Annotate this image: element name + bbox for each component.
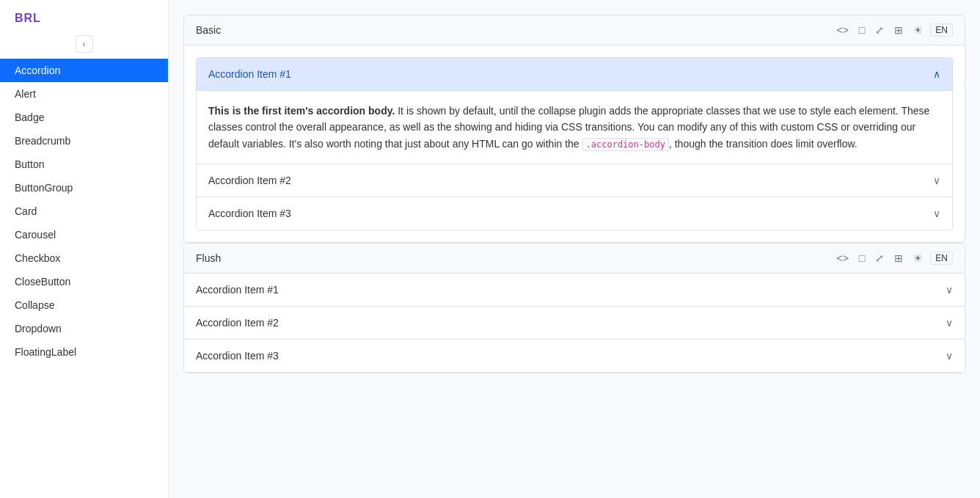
sidebar: BRL ‹ AccordionAlertBadgeBreadcrumbButto… — [0, 0, 169, 498]
accordion-label-flush-3: Accordion Item #3 — [196, 350, 279, 362]
accordion-body-code: .accordion-body — [582, 138, 669, 151]
sun-icon[interactable]: ☀ — [910, 23, 926, 37]
accordion-label-flush-1: Accordion Item #1 — [196, 284, 279, 296]
panel-header-basic: Basic<>□⤢⊞☀EN — [184, 15, 965, 45]
accordion-label-basic-1: Accordion Item #1 — [208, 68, 291, 80]
panel-title-basic: Basic — [196, 24, 221, 36]
panel-actions-flush: <>□⤢⊞☀EN — [834, 251, 954, 266]
sidebar-item-closebutton[interactable]: CloseButton — [0, 270, 168, 293]
sidebar-item-dropdown[interactable]: Dropdown — [0, 317, 168, 340]
sidebar-item-buttongroup[interactable]: ButtonGroup — [0, 176, 168, 199]
accordion-item-basic-2: Accordion Item #2∨ — [196, 164, 953, 197]
panel-header-flush: Flush<>□⤢⊞☀EN — [184, 243, 965, 274]
accordion-label-basic-3: Accordion Item #3 — [208, 208, 291, 219]
settings-icon[interactable]: ⊞ — [891, 251, 906, 266]
accordion-header-flush-2[interactable]: Accordion Item #2∨ — [184, 307, 965, 339]
accordion-header-basic-3[interactable]: Accordion Item #3∨ — [197, 197, 952, 230]
panel-flush: Flush<>□⤢⊞☀ENAccordion Item #1∨Accordion… — [183, 243, 965, 373]
accordion-body-bold: This is the first item's accordion body. — [208, 105, 395, 117]
sun-icon[interactable]: ☀ — [910, 251, 926, 266]
panel-basic: Basic<>□⤢⊞☀ENAccordion Item #1∧This is t… — [183, 15, 965, 243]
accordion-flush: Accordion Item #1∨Accordion Item #2∨Acco… — [184, 274, 965, 373]
sidebar-item-alert[interactable]: Alert — [0, 82, 168, 106]
chevron-down-icon: ∨ — [946, 350, 953, 362]
accordion-body-basic-1: This is the first item's accordion body.… — [197, 90, 952, 164]
square-icon[interactable]: □ — [856, 23, 868, 37]
sidebar-item-checkbox[interactable]: Checkbox — [0, 246, 168, 270]
lang-badge-flush[interactable]: EN — [930, 252, 953, 265]
accordion-header-basic-2[interactable]: Accordion Item #2∨ — [197, 164, 952, 197]
sidebar-item-carousel[interactable]: Carousel — [0, 223, 168, 246]
expand-icon[interactable]: ⤢ — [872, 23, 887, 37]
chevron-down-icon: ∨ — [946, 317, 953, 329]
sidebar-item-card[interactable]: Card — [0, 199, 168, 223]
accordion-item-basic-1: Accordion Item #1∧This is the first item… — [196, 57, 953, 164]
sidebar-item-floatinglabel[interactable]: FloatingLabel — [0, 340, 168, 364]
lang-badge-basic[interactable]: EN — [930, 23, 953, 37]
accordion-label-basic-2: Accordion Item #2 — [208, 175, 291, 186]
settings-icon[interactable]: ⊞ — [891, 23, 906, 37]
accordion-item-basic-3: Accordion Item #3∨ — [196, 197, 953, 230]
panel-title-flush: Flush — [196, 252, 221, 264]
sidebar-item-breadcrumb[interactable]: Breadcrumb — [0, 129, 168, 153]
code-icon[interactable]: <> — [834, 23, 852, 37]
chevron-up-icon: ∧ — [933, 68, 940, 80]
accordion-item-flush-1: Accordion Item #1∨ — [184, 274, 965, 307]
sidebar-item-button[interactable]: Button — [0, 153, 168, 176]
accordion-item-flush-2: Accordion Item #2∨ — [184, 307, 965, 340]
sidebar-collapse-button[interactable]: ‹ — [76, 35, 93, 53]
chevron-down-icon: ∨ — [946, 284, 953, 296]
accordion-header-flush-3[interactable]: Accordion Item #3∨ — [184, 340, 965, 372]
sidebar-item-accordion[interactable]: Accordion — [0, 59, 168, 82]
sidebar-logo: BRL — [0, 0, 168, 32]
chevron-down-icon: ∨ — [933, 175, 940, 186]
accordion-label-flush-2: Accordion Item #2 — [196, 317, 279, 329]
accordion-basic: Accordion Item #1∧This is the first item… — [184, 45, 965, 242]
chevron-down-icon: ∨ — [933, 208, 940, 219]
sidebar-item-badge[interactable]: Badge — [0, 106, 168, 129]
main-content: Basic<>□⤢⊞☀ENAccordion Item #1∧This is t… — [169, 0, 980, 498]
accordion-header-basic-1[interactable]: Accordion Item #1∧ — [197, 58, 952, 90]
accordion-item-flush-3: Accordion Item #3∨ — [184, 340, 965, 373]
accordion-header-flush-1[interactable]: Accordion Item #1∨ — [184, 274, 965, 306]
square-icon[interactable]: □ — [856, 251, 868, 266]
expand-icon[interactable]: ⤢ — [872, 251, 887, 266]
sidebar-item-collapse[interactable]: Collapse — [0, 293, 168, 317]
code-icon[interactable]: <> — [834, 251, 852, 266]
panel-actions-basic: <>□⤢⊞☀EN — [834, 23, 954, 37]
